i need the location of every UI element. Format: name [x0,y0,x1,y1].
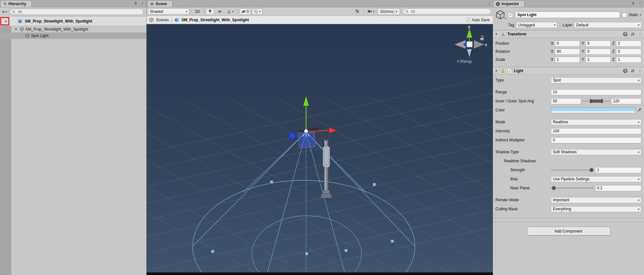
scene-effects-button[interactable]: ▾ [225,8,235,15]
z-axis-handle[interactable] [289,132,296,139]
shading-mode-dropdown[interactable]: Shaded [148,8,189,14]
layer-dropdown[interactable]: Default [574,22,641,28]
tree-item-spot-light[interactable]: Spot Light [0,33,146,39]
chevron-down-icon[interactable]: ▾ [396,10,397,13]
scene-camera-button[interactable]: ▾ [366,8,376,15]
unlock-icon[interactable] [134,1,138,5]
static-toggle[interactable]: Static ▾ [622,13,641,17]
add-component-button[interactable]: Add Component [527,227,610,235]
near-plane-slider[interactable] [551,185,593,191]
presets-icon[interactable] [630,32,635,36]
mode-row: Mode Realtime [495,119,641,125]
render-mode-dropdown[interactable]: Important [551,197,641,203]
shadow-type-dropdown[interactable]: Soft Shadows [551,149,641,155]
toggle-2d-button[interactable]: 2D [193,8,202,15]
render-mode-label: Render Mode [495,198,551,202]
tree-item-root[interactable]: ▼ SM_Prop_Streetlight_With_Spotlight [0,26,146,33]
bias-dropdown[interactable]: Use Pipeline Settings [551,176,641,182]
spot-inner-field[interactable]: 50 [551,98,581,104]
tab-hierarchy[interactable]: Hierarchy [0,0,32,7]
tab-inspector[interactable]: i Inspector [493,0,524,7]
gizmo-center-cube[interactable] [467,42,472,47]
scene-audio-button[interactable] [216,8,224,15]
breadcrumb-current[interactable]: SM_Prop_Streetlight_With_Spotlight [181,18,249,22]
axis-z-dot[interactable] [464,43,467,46]
near-plane-field[interactable]: 0.2 [595,185,641,191]
light-enabled-checkbox[interactable] [507,69,512,73]
indirect-multiplier-row: Indirect Multiplier 0 [495,137,641,143]
prefab-cube-icon [174,17,179,22]
prefab-root-name[interactable]: SM_Prop_Streetlight_With_Spotlight [25,19,92,24]
hierarchy-search [10,9,144,15]
eye-slash-icon [241,10,246,14]
tab-scene[interactable]: Scene [148,0,172,7]
transform-header[interactable]: ▼ Transform ? ⋮ [493,30,644,38]
grid-visibility-button[interactable]: y ▾ [252,8,263,15]
active-checkbox[interactable] [508,13,513,17]
culling-mask-dropdown[interactable]: Everything [551,206,641,212]
auto-save-checkbox[interactable] [466,18,470,22]
hierarchy-menu-icon[interactable]: ⋮ [140,1,144,5]
breadcrumb-scenes[interactable]: Scenes [156,18,169,22]
persp-label[interactable]: Persp [460,59,472,64]
scale-z-field[interactable]: 1 [616,57,641,63]
presets-icon[interactable] [630,69,635,73]
foldout-triangle-icon[interactable]: ▼ [495,33,499,36]
unlock-icon[interactable] [631,1,635,5]
gameobject-name-field[interactable] [515,12,620,18]
position-y-field[interactable]: 5 [585,41,610,47]
foldout-triangle-icon[interactable]: ▼ [495,69,499,72]
position-z-field[interactable]: 2 [616,41,641,47]
rotation-x-field[interactable]: 90 [555,49,580,55]
auto-save-toggle[interactable]: Auto Save [466,18,490,22]
chevron-down-icon[interactable]: ▾ [259,10,261,13]
spot-angle-minmax-slider[interactable] [583,98,609,104]
intensity-label: Intensity [495,129,551,133]
inspector-panel: i Inspector ⋮ ▾ Static [493,0,644,275]
bias-row: Bias Use Pipeline Settings [495,176,641,182]
indirect-field[interactable]: 0 [551,137,641,143]
hierarchy-search-input[interactable] [10,9,144,15]
rotation-z-field[interactable]: 0 [616,49,641,55]
prefab-back-button[interactable]: < [2,18,10,25]
eyedropper-icon[interactable] [637,108,641,112]
spot-angle-row: Inner / Outer Spot Ang 50 120 [495,98,641,104]
tag-dropdown[interactable]: Untagged [516,22,557,28]
position-x-field[interactable]: 0 [555,41,580,47]
light-color-swatch[interactable] [551,107,635,113]
rotation-y-field[interactable]: 0 [585,49,610,55]
range-field[interactable]: 10 [551,89,641,95]
component-menu-icon[interactable]: ⋮ [638,69,642,73]
scene-viewport[interactable]: y x < Persp [147,24,493,275]
component-tools-button[interactable] [353,8,362,15]
chevron-down-icon[interactable]: ▾ [505,17,506,20]
plane-handle-blue[interactable] [299,133,315,147]
light-header[interactable]: ▼ Light ? ⋮ [493,67,644,75]
scene-search-input[interactable] [403,8,491,14]
help-icon[interactable]: ? [623,32,628,36]
strength-field[interactable]: 1 [595,167,641,173]
scale-x-field[interactable]: 1 [555,57,580,63]
scene-lighting-button[interactable] [206,8,214,15]
hidden-objects-button[interactable]: 0 [239,8,251,15]
mode-dropdown[interactable]: Realtime [551,119,641,125]
create-object-button[interactable]: + ▾ [2,9,7,15]
intensity-field[interactable]: 100 [551,128,641,134]
gizmos-dropdown[interactable]: Gizmos ▾ [378,8,400,15]
component-menu-icon[interactable]: ⋮ [638,32,642,36]
gameobject-header: ▾ Static ▾ Tag Untagged Layer Default [493,7,644,30]
chevron-down-icon[interactable]: ▾ [640,13,641,16]
help-icon[interactable]: ? [623,69,628,73]
light-type-row: Type Spot [495,77,641,83]
gameobject-icon[interactable]: ▾ [495,10,506,20]
chevron-down-icon[interactable]: ▾ [373,10,375,13]
scene-menu-icon[interactable]: ⋮ [487,1,491,5]
light-type-dropdown[interactable]: Spot [551,77,641,83]
static-checkbox[interactable] [622,13,627,17]
spot-outer-field[interactable]: 120 [611,98,641,104]
foldout-triangle-icon[interactable]: ▼ [14,28,18,31]
scale-y-field[interactable]: 1 [585,57,610,63]
chevron-down-icon[interactable]: ▾ [232,10,234,13]
strength-slider[interactable] [551,167,593,173]
inspector-menu-icon[interactable]: ⋮ [638,1,642,5]
